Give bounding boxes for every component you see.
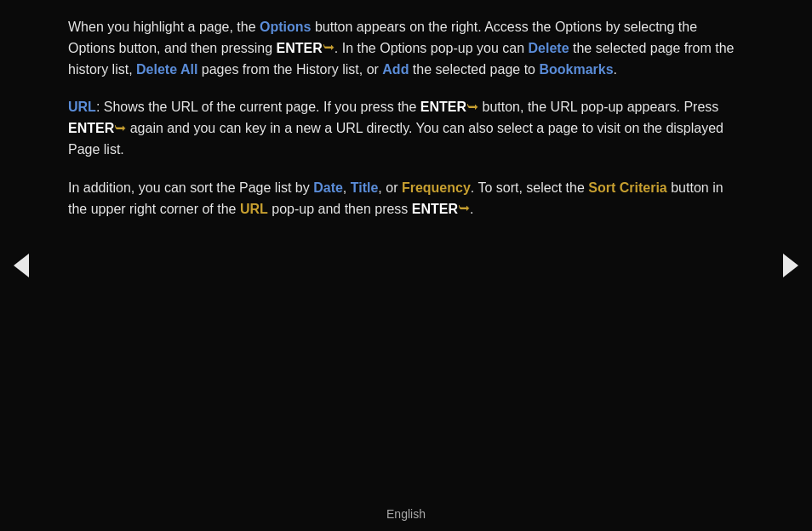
url-link[interactable]: URL: [68, 100, 96, 114]
text-before-options: When you highlight a page, the: [68, 20, 260, 34]
enter-icon-4: ⮩: [459, 201, 470, 218]
text-end1: .: [614, 62, 617, 77]
text-after-enter3: again and you can key in a new a URL dir…: [68, 121, 723, 157]
text-or: , or: [378, 180, 402, 195]
enter-icon-3: ⮩: [115, 121, 126, 138]
footer: English: [0, 497, 812, 531]
language-label: English: [386, 507, 426, 521]
url-link2[interactable]: URL: [240, 202, 268, 216]
text-before-date: In addition, you can sort the Page list …: [68, 180, 313, 195]
right-arrow-icon: [783, 254, 798, 277]
left-arrow-icon: [14, 254, 29, 277]
sort-criteria-link[interactable]: Sort Criteria: [588, 180, 666, 195]
text-after-enter2: button, the URL pop-up appears. Press: [478, 100, 718, 114]
text-after-enter1: . In the Options pop-up you can: [335, 41, 529, 55]
enter-label-2: ENTER: [420, 100, 466, 114]
delete-all-link[interactable]: Delete All: [136, 62, 197, 77]
main-content: When you highlight a page, the Options b…: [43, 0, 769, 497]
enter-label-3: ENTER: [68, 121, 114, 135]
text-after-add: the selected page to: [409, 62, 539, 77]
delete-link[interactable]: Delete: [529, 41, 569, 55]
text-after-url2: pop-up and then press: [268, 202, 412, 216]
text-after-url: : Shows the URL of the current page. If …: [96, 100, 420, 114]
nav-right-arrow[interactable]: [778, 253, 803, 278]
enter-label-4: ENTER: [412, 202, 458, 216]
add-link[interactable]: Add: [382, 62, 409, 77]
paragraph-sort: In addition, you can sort the Page list …: [68, 178, 744, 220]
options-link[interactable]: Options: [260, 20, 311, 34]
paragraph-options: When you highlight a page, the Options b…: [68, 17, 744, 80]
paragraph-url: URL: Shows the URL of the current page. …: [68, 97, 744, 160]
text-after-delete-all: pages from the History list, or: [197, 62, 382, 77]
nav-left-arrow[interactable]: [9, 253, 34, 278]
enter-icon-2: ⮩: [467, 100, 478, 117]
comma1: ,: [343, 180, 351, 195]
frequency-link[interactable]: Frequency: [402, 180, 471, 195]
bookmarks-link[interactable]: Bookmarks: [539, 62, 613, 77]
enter-label-1: ENTER: [277, 41, 323, 55]
date-link[interactable]: Date: [313, 180, 343, 195]
text-end2: .: [470, 202, 473, 216]
title-link[interactable]: Title: [351, 180, 379, 195]
text-after-freq: . To sort, select the: [471, 180, 588, 195]
enter-icon-1: ⮩: [323, 40, 335, 57]
